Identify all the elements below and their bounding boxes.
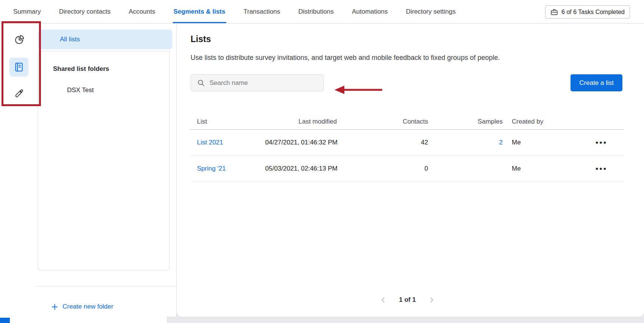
row-actions-button[interactable]: ••• <box>593 137 610 148</box>
list-name-link[interactable]: List 2021 <box>197 139 223 146</box>
page-indicator: 1 of 1 <box>399 296 416 304</box>
chevron-left-icon <box>379 296 388 304</box>
next-page-button[interactable] <box>427 295 436 305</box>
lists-main-panel: Lists Use lists to distribute survey inv… <box>177 24 644 317</box>
pie-chart-icon <box>14 35 24 45</box>
tab-segments-lists[interactable]: Segments & lists <box>174 0 225 23</box>
create-new-folder-label: Create new folder <box>63 303 113 310</box>
create-new-folder-button[interactable]: Create new folder <box>51 303 113 310</box>
address-book-icon <box>14 62 24 72</box>
table-row: Spring '21 05/03/2021, 02:46:13 PM 0 Me … <box>191 156 624 182</box>
icon-rail <box>0 24 36 317</box>
contacts-value: 42 <box>367 139 428 146</box>
briefcase-icon <box>550 8 558 16</box>
rail-item-reports[interactable] <box>9 30 28 49</box>
tab-automations[interactable]: Automations <box>352 0 388 23</box>
bottom-left-accent <box>0 318 10 323</box>
top-nav: Summary Directory contacts Accounts Segm… <box>0 0 644 24</box>
shared-folders-panel: Shared list folders DSX Test <box>38 51 170 270</box>
tasks-completed-label: 6 of 6 Tasks Completed <box>561 9 625 16</box>
tab-directory-contacts[interactable]: Directory contacts <box>59 0 111 23</box>
list-name-link[interactable]: Spring '21 <box>197 165 226 172</box>
header-list: List <box>191 118 265 125</box>
chevron-right-icon <box>427 296 436 304</box>
header-samples: Samples <box>428 118 503 125</box>
header-contacts: Contacts <box>367 118 428 125</box>
page-description: Use lists to distribute survey invitatio… <box>191 54 500 62</box>
shared-folders-heading: Shared list folders <box>53 65 169 73</box>
search-icon <box>197 79 205 87</box>
annotation-arrow <box>334 84 383 96</box>
pagination: 1 of 1 <box>191 295 624 305</box>
folder-item-dsx-test[interactable]: DSX Test <box>67 86 169 94</box>
sidebar-divider <box>36 286 176 287</box>
created-by-value: Me <box>503 165 578 172</box>
previous-page-button[interactable] <box>378 295 388 305</box>
eyedropper-icon <box>14 89 24 99</box>
plus-icon <box>51 303 58 310</box>
search-input[interactable] <box>209 79 319 87</box>
sidebar-item-all-lists[interactable]: All lists <box>38 30 172 49</box>
nav-tabs: Summary Directory contacts Accounts Segm… <box>0 0 456 23</box>
rail-item-sampling[interactable] <box>9 84 28 103</box>
created-by-value: Me <box>503 139 578 146</box>
header-created-by: Created by <box>503 118 578 125</box>
row-actions-button[interactable]: ••• <box>593 163 610 174</box>
tab-accounts[interactable]: Accounts <box>129 0 155 23</box>
last-modified-value: 04/27/2021, 01:46:32 PM <box>265 139 367 146</box>
rail-item-directories[interactable] <box>9 58 28 77</box>
contacts-value: 0 <box>367 165 428 172</box>
table-header-row: List Last modified Contacts Samples Crea… <box>191 114 624 130</box>
search-field <box>191 74 324 91</box>
page-title: Lists <box>191 34 211 44</box>
tab-distributions[interactable]: Distributions <box>298 0 334 23</box>
tab-transactions[interactable]: Transactions <box>244 0 280 23</box>
samples-link[interactable]: 2 <box>499 139 503 146</box>
create-list-button[interactable]: Create a list <box>571 74 622 91</box>
lists-table: List Last modified Contacts Samples Crea… <box>191 114 624 182</box>
header-last-modified: Last modified <box>265 118 367 125</box>
last-modified-value: 05/03/2021, 02:46:13 PM <box>265 165 367 172</box>
tab-summary[interactable]: Summary <box>13 0 41 23</box>
tab-directory-settings[interactable]: Directory settings <box>406 0 455 23</box>
lists-sidebar: All lists Shared list folders DSX Test C… <box>36 24 177 317</box>
tasks-completed-button[interactable]: 6 of 6 Tasks Completed <box>545 5 630 19</box>
table-row: List 2021 04/27/2021, 01:46:32 PM 42 2 M… <box>191 130 624 156</box>
